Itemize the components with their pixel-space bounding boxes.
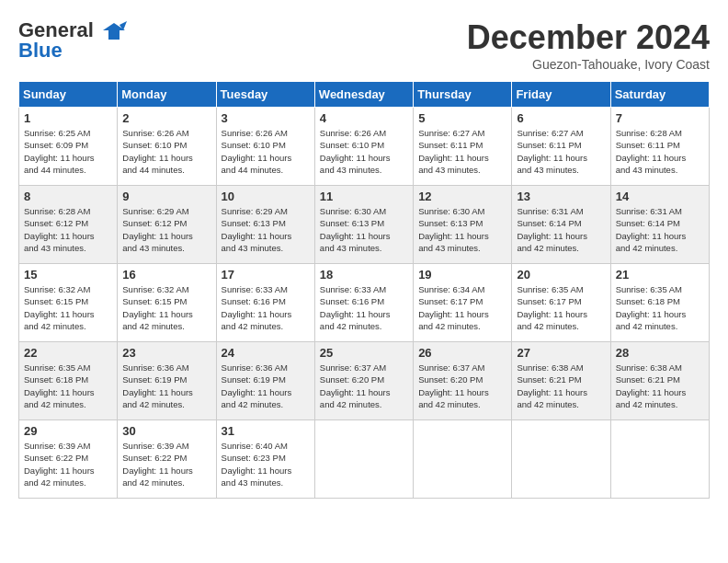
day-number: 1 bbox=[24, 111, 112, 125]
calendar-cell: 13Sunrise: 6:31 AM Sunset: 6:14 PM Dayli… bbox=[512, 186, 610, 264]
subtitle: Guezon-Tahouake, Ivory Coast bbox=[467, 57, 710, 72]
calendar-cell: 30Sunrise: 6:39 AM Sunset: 6:22 PM Dayli… bbox=[118, 420, 216, 499]
day-info: Sunrise: 6:33 AM Sunset: 6:16 PM Dayligh… bbox=[222, 283, 310, 332]
calendar: SundayMondayTuesdayWednesdayThursdayFrid… bbox=[18, 81, 710, 499]
calendar-cell: 9Sunrise: 6:29 AM Sunset: 6:12 PM Daylig… bbox=[118, 186, 216, 264]
day-number: 31 bbox=[222, 424, 310, 438]
day-header-sunday: Sunday bbox=[19, 82, 118, 108]
day-number: 23 bbox=[122, 346, 210, 360]
day-info: Sunrise: 6:36 AM Sunset: 6:19 PM Dayligh… bbox=[122, 362, 210, 410]
day-info: Sunrise: 6:26 AM Sunset: 6:10 PM Dayligh… bbox=[320, 127, 408, 176]
calendar-cell: 27Sunrise: 6:38 AM Sunset: 6:21 PM Dayli… bbox=[512, 342, 610, 420]
day-number: 3 bbox=[222, 111, 310, 125]
day-header-friday: Friday bbox=[512, 82, 610, 108]
calendar-cell: 8Sunrise: 6:28 AM Sunset: 6:12 PM Daylig… bbox=[19, 186, 118, 264]
day-number: 8 bbox=[24, 190, 112, 203]
day-info: Sunrise: 6:38 AM Sunset: 6:21 PM Dayligh… bbox=[616, 362, 704, 410]
day-info: Sunrise: 6:38 AM Sunset: 6:21 PM Dayligh… bbox=[517, 362, 605, 410]
calendar-cell: 21Sunrise: 6:35 AM Sunset: 6:18 PM Dayli… bbox=[610, 264, 709, 342]
day-header-thursday: Thursday bbox=[414, 82, 512, 108]
calendar-cell: 1Sunrise: 6:25 AM Sunset: 6:09 PM Daylig… bbox=[19, 108, 118, 186]
day-number: 11 bbox=[320, 190, 408, 203]
day-info: Sunrise: 6:25 AM Sunset: 6:09 PM Dayligh… bbox=[24, 127, 112, 176]
day-number: 27 bbox=[517, 346, 605, 360]
day-header-saturday: Saturday bbox=[610, 82, 709, 108]
logo: General Blue bbox=[18, 18, 127, 63]
calendar-cell: 24Sunrise: 6:36 AM Sunset: 6:19 PM Dayli… bbox=[216, 342, 314, 420]
day-info: Sunrise: 6:37 AM Sunset: 6:20 PM Dayligh… bbox=[418, 362, 506, 410]
calendar-cell: 17Sunrise: 6:33 AM Sunset: 6:16 PM Dayli… bbox=[216, 264, 314, 342]
day-info: Sunrise: 6:28 AM Sunset: 6:12 PM Dayligh… bbox=[24, 205, 112, 254]
calendar-cell: 16Sunrise: 6:32 AM Sunset: 6:15 PM Dayli… bbox=[118, 264, 216, 342]
day-info: Sunrise: 6:39 AM Sunset: 6:22 PM Dayligh… bbox=[122, 440, 210, 488]
day-header-tuesday: Tuesday bbox=[216, 82, 314, 108]
calendar-cell: 10Sunrise: 6:29 AM Sunset: 6:13 PM Dayli… bbox=[216, 186, 314, 264]
calendar-cell: 15Sunrise: 6:32 AM Sunset: 6:15 PM Dayli… bbox=[19, 264, 118, 342]
day-number: 21 bbox=[616, 268, 704, 282]
calendar-cell: 14Sunrise: 6:31 AM Sunset: 6:14 PM Dayli… bbox=[610, 186, 709, 264]
day-number: 6 bbox=[517, 111, 605, 125]
day-info: Sunrise: 6:32 AM Sunset: 6:15 PM Dayligh… bbox=[24, 283, 112, 332]
day-info: Sunrise: 6:31 AM Sunset: 6:14 PM Dayligh… bbox=[616, 205, 704, 254]
day-info: Sunrise: 6:30 AM Sunset: 6:13 PM Dayligh… bbox=[320, 205, 408, 254]
day-number: 20 bbox=[517, 268, 605, 282]
day-number: 26 bbox=[418, 346, 506, 360]
header: General Blue December 2024 Guezon-Tahoua… bbox=[18, 18, 710, 72]
day-number: 30 bbox=[122, 424, 210, 438]
calendar-cell bbox=[610, 420, 709, 499]
day-info: Sunrise: 6:30 AM Sunset: 6:13 PM Dayligh… bbox=[418, 205, 506, 254]
day-info: Sunrise: 6:35 AM Sunset: 6:18 PM Dayligh… bbox=[616, 283, 704, 332]
day-number: 22 bbox=[24, 346, 112, 360]
day-info: Sunrise: 6:40 AM Sunset: 6:23 PM Dayligh… bbox=[222, 440, 310, 488]
day-number: 16 bbox=[122, 268, 210, 282]
calendar-cell: 29Sunrise: 6:39 AM Sunset: 6:22 PM Dayli… bbox=[19, 420, 118, 499]
logo-line2: Blue bbox=[18, 39, 63, 63]
calendar-cell bbox=[512, 420, 610, 499]
calendar-cell: 12Sunrise: 6:30 AM Sunset: 6:13 PM Dayli… bbox=[414, 186, 512, 264]
day-number: 14 bbox=[616, 190, 704, 203]
day-info: Sunrise: 6:26 AM Sunset: 6:10 PM Dayligh… bbox=[222, 127, 310, 176]
calendar-cell: 3Sunrise: 6:26 AM Sunset: 6:10 PM Daylig… bbox=[216, 108, 314, 186]
day-header-monday: Monday bbox=[118, 82, 216, 108]
day-info: Sunrise: 6:35 AM Sunset: 6:17 PM Dayligh… bbox=[517, 283, 605, 332]
day-info: Sunrise: 6:29 AM Sunset: 6:12 PM Dayligh… bbox=[122, 205, 210, 254]
day-info: Sunrise: 6:31 AM Sunset: 6:14 PM Dayligh… bbox=[517, 205, 605, 254]
day-info: Sunrise: 6:39 AM Sunset: 6:22 PM Dayligh… bbox=[24, 440, 112, 488]
day-number: 5 bbox=[418, 111, 506, 125]
day-info: Sunrise: 6:28 AM Sunset: 6:11 PM Dayligh… bbox=[616, 127, 704, 176]
day-number: 13 bbox=[517, 190, 605, 203]
day-info: Sunrise: 6:27 AM Sunset: 6:11 PM Dayligh… bbox=[418, 127, 506, 176]
calendar-cell bbox=[314, 420, 413, 499]
day-number: 28 bbox=[616, 346, 704, 360]
day-info: Sunrise: 6:36 AM Sunset: 6:19 PM Dayligh… bbox=[222, 362, 310, 410]
day-number: 24 bbox=[222, 346, 310, 360]
calendar-cell: 31Sunrise: 6:40 AM Sunset: 6:23 PM Dayli… bbox=[216, 420, 314, 499]
day-number: 15 bbox=[24, 268, 112, 282]
calendar-cell: 7Sunrise: 6:28 AM Sunset: 6:11 PM Daylig… bbox=[610, 108, 709, 186]
calendar-cell: 22Sunrise: 6:35 AM Sunset: 6:18 PM Dayli… bbox=[19, 342, 118, 420]
day-number: 7 bbox=[616, 111, 704, 125]
calendar-cell bbox=[414, 420, 512, 499]
day-number: 2 bbox=[122, 111, 210, 125]
calendar-cell: 23Sunrise: 6:36 AM Sunset: 6:19 PM Dayli… bbox=[118, 342, 216, 420]
calendar-cell: 6Sunrise: 6:27 AM Sunset: 6:11 PM Daylig… bbox=[512, 108, 610, 186]
calendar-cell: 2Sunrise: 6:26 AM Sunset: 6:10 PM Daylig… bbox=[118, 108, 216, 186]
day-number: 12 bbox=[418, 190, 506, 203]
calendar-cell: 5Sunrise: 6:27 AM Sunset: 6:11 PM Daylig… bbox=[414, 108, 512, 186]
day-info: Sunrise: 6:34 AM Sunset: 6:17 PM Dayligh… bbox=[418, 283, 506, 332]
day-info: Sunrise: 6:32 AM Sunset: 6:15 PM Dayligh… bbox=[122, 283, 210, 332]
day-info: Sunrise: 6:35 AM Sunset: 6:18 PM Dayligh… bbox=[24, 362, 112, 410]
calendar-cell: 20Sunrise: 6:35 AM Sunset: 6:17 PM Dayli… bbox=[512, 264, 610, 342]
calendar-cell: 19Sunrise: 6:34 AM Sunset: 6:17 PM Dayli… bbox=[414, 264, 512, 342]
day-info: Sunrise: 6:27 AM Sunset: 6:11 PM Dayligh… bbox=[517, 127, 605, 176]
day-number: 4 bbox=[320, 111, 408, 125]
month-title: December 2024 bbox=[467, 18, 710, 57]
day-number: 29 bbox=[24, 424, 112, 438]
day-number: 17 bbox=[222, 268, 310, 282]
day-number: 19 bbox=[418, 268, 506, 282]
day-number: 25 bbox=[320, 346, 408, 360]
day-number: 18 bbox=[320, 268, 408, 282]
calendar-cell: 26Sunrise: 6:37 AM Sunset: 6:20 PM Dayli… bbox=[414, 342, 512, 420]
day-number: 9 bbox=[122, 190, 210, 203]
calendar-cell: 18Sunrise: 6:33 AM Sunset: 6:16 PM Dayli… bbox=[314, 264, 413, 342]
